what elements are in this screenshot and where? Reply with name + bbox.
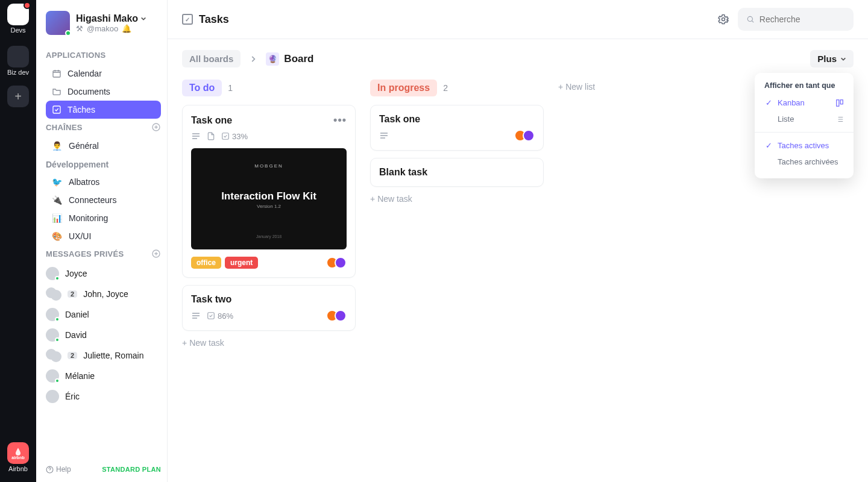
checklist-progress: 33%	[221, 132, 248, 141]
chevron-down-icon	[140, 16, 146, 22]
task-card[interactable]: Task one	[370, 105, 544, 151]
chevron-down-icon	[840, 56, 846, 62]
column-todo: To do 1 Task one ••• 33% MOBGEN Interact…	[182, 80, 356, 348]
check-icon: ✓	[764, 98, 773, 107]
tag-office: office	[191, 257, 221, 269]
breadcrumb-all-boards[interactable]: All boards	[182, 50, 241, 67]
dm-label: John, Joyce	[83, 289, 128, 299]
kanban-icon	[835, 99, 844, 107]
column-title: To do	[182, 80, 222, 96]
svg-rect-10	[208, 313, 215, 319]
assignee-avatars	[330, 310, 347, 322]
filter-active-tasks[interactable]: ✓ Taches actives	[755, 137, 854, 154]
dm-john-joyce[interactable]: 2John, Joyce	[46, 284, 161, 304]
description-icon	[379, 132, 389, 139]
dm-avatar-pair	[46, 287, 61, 301]
view-option-kanban[interactable]: ✓ Kanban	[755, 95, 854, 111]
plus-menu-button[interactable]: Plus	[810, 50, 854, 67]
nav-calendar[interactable]: Calendar	[46, 64, 161, 83]
dm-eric[interactable]: Éric	[46, 386, 161, 407]
view-option-list[interactable]: Liste	[755, 111, 854, 127]
dm-label: Joyce	[65, 269, 87, 278]
help-icon	[46, 466, 54, 474]
dm-label: David	[65, 330, 87, 340]
user-menu[interactable]: Higashi Mako ⚒ @makoo 🔔	[46, 11, 161, 35]
avatar	[46, 11, 70, 35]
workspace-label: Biz dev	[7, 69, 29, 76]
breadcrumb-board[interactable]: 🔮 Board	[266, 52, 313, 66]
nav-tasks[interactable]: Tâches	[46, 101, 161, 119]
nav-label: Documents	[68, 87, 110, 96]
dm-avatar	[46, 369, 59, 383]
dm-avatar	[46, 328, 59, 342]
airbnb-icon	[14, 447, 22, 455]
chart-emoji-icon: 📊	[52, 213, 63, 223]
search-input[interactable]	[760, 14, 845, 24]
new-list-button[interactable]: + New list	[558, 80, 595, 92]
plan-badge: STANDARD PLAN	[102, 466, 161, 473]
bell-icon: 🔔	[122, 24, 131, 33]
main: ✓ Tasks All boards 🔮 Board Plus Afficher…	[168, 0, 868, 482]
topbar: ✓ Tasks	[168, 0, 868, 39]
workspace-devs[interactable]	[7, 4, 29, 25]
add-dm-button[interactable]	[151, 249, 161, 258]
task-card[interactable]: Task one ••• 33% MOBGEN Interaction Flow…	[182, 105, 356, 278]
channel-label: Monitoring	[69, 213, 108, 223]
channel-general[interactable]: 👨‍💼 Général	[46, 137, 161, 155]
dm-daniel[interactable]: Daniel	[46, 304, 161, 325]
workspace-label: Airbnb	[8, 465, 28, 472]
dm-avatar-pair	[46, 349, 61, 362]
search-box[interactable]	[738, 8, 854, 31]
task-card[interactable]: Blank task	[370, 158, 544, 187]
add-workspace-button[interactable]: +	[7, 86, 29, 107]
svg-rect-0	[53, 70, 60, 77]
assignee-avatars	[518, 130, 535, 142]
nav-documents[interactable]: Documents	[46, 83, 161, 101]
workspace-bizdev[interactable]	[7, 46, 29, 67]
plus-dropdown: Afficher en tant que ✓ Kanban Liste ✓ Ta…	[755, 73, 854, 178]
workspace-rail: Devs Biz dev + airbnb Airbnb	[0, 0, 36, 482]
tasks-icon: ✓	[182, 14, 193, 25]
board-emoji-icon: 🔮	[266, 52, 279, 66]
plug-emoji-icon: 🔌	[52, 195, 63, 205]
svg-rect-8	[840, 99, 843, 104]
new-task-button[interactable]: + New task	[370, 194, 544, 204]
task-card[interactable]: Task two 86%	[182, 285, 356, 331]
user-handle: ⚒ @makoo 🔔	[76, 24, 146, 33]
gear-icon	[717, 13, 729, 25]
svg-rect-1	[53, 106, 60, 113]
filter-archived-tasks[interactable]: Taches archivées	[755, 154, 854, 170]
help-link[interactable]: Help	[46, 465, 71, 474]
sidebar: Higashi Mako ⚒ @makoo 🔔 APPLICATIONS Cal…	[36, 0, 168, 482]
tag-urgent: urgent	[225, 257, 258, 269]
dm-juliette-romain[interactable]: 2Juliette, Romain	[46, 345, 161, 366]
search-icon	[746, 14, 755, 24]
user-name: Higashi Mako	[76, 13, 146, 24]
dm-label: Mélanie	[65, 371, 95, 381]
dm-avatar	[46, 390, 59, 403]
channel-albatros[interactable]: 🐦Albatros	[46, 173, 161, 191]
dm-joyce[interactable]: Joyce	[46, 263, 161, 284]
add-channel-button[interactable]	[151, 122, 161, 132]
dm-count-badge: 2	[68, 352, 77, 359]
tools-icon: ⚒	[76, 24, 83, 33]
check-icon: ✓	[764, 141, 773, 150]
workspace-label: Devs	[10, 27, 25, 34]
dm-melanie[interactable]: Mélanie	[46, 366, 161, 386]
new-task-button[interactable]: + New task	[182, 338, 356, 348]
settings-button[interactable]	[717, 13, 729, 25]
card-more-button[interactable]: •••	[333, 114, 347, 127]
dm-avatar	[46, 308, 59, 321]
dm-label: Éric	[65, 392, 80, 401]
channel-monitoring[interactable]: 📊Monitoring	[46, 209, 161, 227]
checkbox-icon	[52, 105, 61, 114]
svg-point-6	[747, 16, 752, 21]
channel-uxui[interactable]: 🎨UX/UI	[46, 227, 161, 245]
folder-icon	[52, 87, 61, 96]
section-dms: MESSAGES PRIVÉS	[46, 249, 161, 258]
channel-label: Albatros	[69, 177, 99, 187]
channel-connecteurs[interactable]: 🔌Connecteurs	[46, 191, 161, 209]
workspace-airbnb[interactable]: airbnb	[7, 442, 29, 464]
dm-label: Juliette, Romain	[83, 351, 143, 360]
dm-david[interactable]: David	[46, 325, 161, 345]
